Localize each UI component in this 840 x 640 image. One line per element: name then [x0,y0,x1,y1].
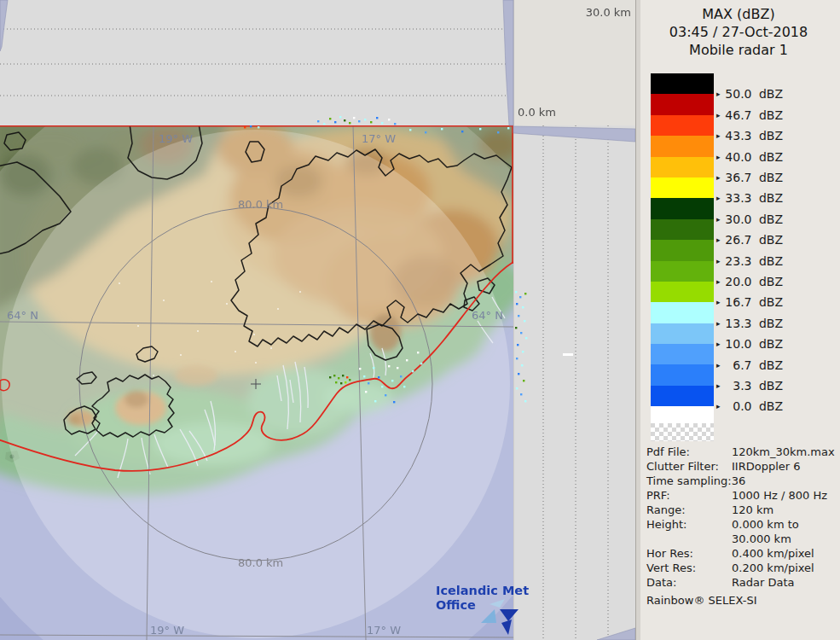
scale-tick-arrow-icon: ▸ [716,173,721,182]
met-office-logo-mark [479,596,522,638]
scale-label: ▸43.3 dBZ [716,129,783,143]
met-office-logo: Icelandic Met Office [436,584,517,637]
cross-section-echo-dash [563,353,573,356]
info-row: Hor Res:0.400 km/pixel [646,546,837,561]
height-axis-max-label: 30.0 km [513,6,631,19]
scale-label: ▸36.7 dBZ [716,171,783,184]
scale-tick-arrow-icon: ▸ [716,111,721,119]
scale-tick-arrow-icon: ▸ [716,298,721,306]
info-row-continuation: 30.000 km [646,532,837,546]
scale-band [651,344,714,364]
scale-label: ▸50.0 dBZ [716,87,783,101]
lon-label-19w-bottom: 19° W [150,624,184,637]
scale-label: ▸33.3 dBZ [716,191,783,205]
scale-band [651,323,714,344]
scale-tick-arrow-icon: ▸ [716,319,721,328]
info-row: PRF:1000 Hz / 800 Hz [646,488,837,503]
scale-tick-arrow-icon: ▸ [716,215,721,224]
info-row: Data:Radar Data [646,575,837,590]
info-row: Vert Res:0.200 km/pixel [646,561,837,575]
scale-label: ▸10.0 dBZ [716,337,783,351]
scale-label: ▸46.7 dBZ [716,108,783,122]
scale-tick-arrow-icon: ▸ [716,277,721,286]
scale-band [651,261,714,282]
range-ring-label-bottom: 80.0 km [238,556,283,569]
lon-label-19w-top: 19° W [159,132,193,145]
scale-label: ▸40.0 dBZ [716,150,783,164]
scale-band [651,157,714,177]
range-ring-label-top: 80.0 km [238,198,283,211]
scale-tick-arrow-icon: ▸ [716,340,721,348]
color-scale-labels: ▸50.0 dBZ▸46.7 dBZ▸43.3 dBZ▸40.0 dBZ▸36.… [716,73,836,415]
lon-label-17w-top: 17° W [362,132,396,145]
scale-tick-arrow-icon: ▸ [716,402,721,410]
scale-band [651,282,714,302]
software-name: Rainbow® SELEX-SI [646,593,837,608]
radar-name: Mobile radar 1 [636,41,840,59]
scale-tick-arrow-icon: ▸ [716,236,721,244]
color-scale-below-min-block [651,406,714,423]
scale-band [651,240,714,260]
scale-band [651,177,714,198]
scale-band [651,198,714,218]
radar-map[interactable]: 19° W 17° W 64° N 64° N 19° W 17° W 80.0… [0,51,588,640]
scale-tick-arrow-icon: ▸ [716,153,721,161]
scale-tick-arrow-icon: ▸ [716,194,721,202]
scale-tick-arrow-icon: ▸ [716,361,721,369]
info-row: Height:0.000 km to [646,517,837,532]
color-scale-bands [651,73,714,406]
legend-panel: MAX (dBZ) 03:45 / 27-Oct-2018 Mobile rad… [635,0,840,640]
lat-label-64n-left: 64° N [7,309,38,322]
scale-band [651,302,714,323]
scale-tick-arrow-icon: ▸ [716,381,721,390]
scale-label: ▸0.0 dBZ [716,399,783,413]
scale-tick-arrow-icon: ▸ [716,131,721,140]
scale-label: ▸16.7 dBZ [716,295,783,309]
lat-label-64n-right: 64° N [472,309,503,322]
scale-label: ▸26.7 dBZ [716,233,783,247]
lon-label-17w-bottom: 17° W [367,624,401,637]
scale-tick-arrow-icon: ▸ [716,257,721,265]
scale-label: ▸6.7 dBZ [716,358,783,372]
product-title: MAX (dBZ) [636,5,840,23]
color-scale-transparent-block [651,423,714,441]
scale-band [651,115,714,136]
scale-band [651,73,714,94]
scale-band [651,219,714,240]
info-row: Clutter Filter:IIRDoppler 6 [646,459,837,474]
height-axis-min-label: 0.0 km [518,106,556,119]
scale-tick-arrow-icon: ▸ [716,90,721,98]
product-info: Pdf File:120km_30km.maxClutter Filter:II… [646,445,837,608]
scale-label: ▸30.0 dBZ [716,212,783,226]
scale-label: ▸23.3 dBZ [716,254,783,268]
scale-label: ▸3.3 dBZ [716,379,783,393]
info-row: Time sampling:36 [646,474,837,488]
scale-label: ▸13.3 dBZ [716,317,783,330]
legend-header: MAX (dBZ) 03:45 / 27-Oct-2018 Mobile rad… [636,5,840,59]
product-datetime: 03:45 / 27-Oct-2018 [636,23,840,41]
info-row: Range:120 km [646,503,837,517]
scale-band [651,386,714,406]
scale-label: ▸20.0 dBZ [716,275,783,288]
scale-band [651,94,714,114]
scale-band [651,364,714,385]
scale-band [651,136,714,156]
info-row: Pdf File:120km_30km.max [646,445,837,459]
